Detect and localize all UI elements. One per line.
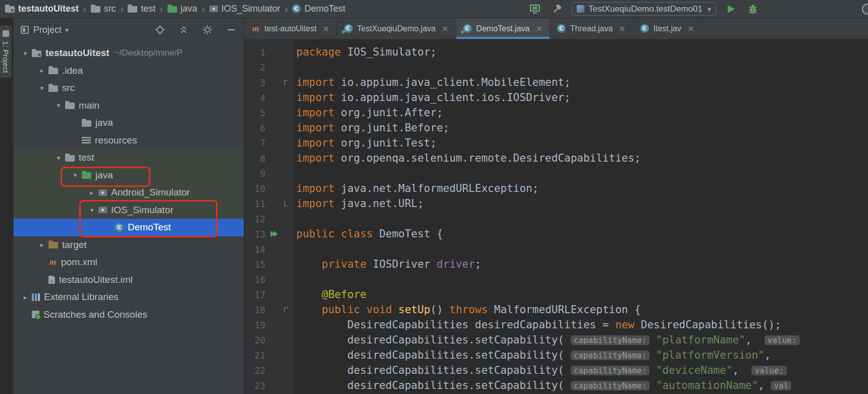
tree-item[interactable]: resources	[14, 132, 244, 150]
run-configuration-selector[interactable]: TestXueqiuDemo.testDemo01 ▾	[572, 2, 716, 16]
tree-item[interactable]: ▾test	[14, 149, 244, 167]
code-line: 4import io.appium.java_client.ios.IOSDri…	[244, 90, 868, 105]
tree-item[interactable]: ▾main	[14, 97, 244, 115]
tree-expand-icon[interactable]: ▾	[69, 171, 82, 179]
tab-close-icon[interactable]: ×	[535, 24, 542, 33]
hide-panel-icon[interactable]	[226, 24, 237, 35]
code-editor[interactable]: 1package IOS_Simulator;23import io.appiu…	[244, 39, 868, 394]
tab-close-icon[interactable]: ×	[322, 24, 329, 33]
tab-label: DemoTest.java	[476, 24, 530, 33]
project-folder-icon	[32, 51, 41, 57]
line-number: 21	[244, 350, 270, 361]
monitor-icon[interactable]	[528, 3, 541, 16]
tree-expand-icon[interactable]: ▸	[35, 241, 48, 249]
breadcrumb-item[interactable]: CDemoTest	[292, 4, 345, 14]
locate-file-icon[interactable]	[154, 24, 166, 35]
tree-item[interactable]: ▸target	[14, 236, 244, 254]
tree-item[interactable]: testautoUitest.iml	[14, 271, 244, 289]
tab-close-icon[interactable]: ×	[619, 24, 625, 33]
code-line: 16	[244, 272, 868, 287]
breadcrumb-item[interactable]: java	[168, 4, 197, 14]
debug-button[interactable]	[746, 3, 760, 16]
navigation-bar: testautoUitest›src›test›java›IOS_Simulat…	[0, 0, 868, 18]
tree-item[interactable]: ▸Android_Simulator	[14, 184, 244, 202]
tab-label: Thread.java	[570, 24, 613, 33]
parameter-hint: val	[771, 381, 791, 390]
line-number: 7	[244, 138, 270, 149]
code-line: 1package IOS_Simulator;	[244, 44, 868, 60]
run-config-label: TestXueqiuDemo.testDemo01	[588, 4, 702, 14]
folder-icon	[65, 103, 75, 109]
breadcrumb-item[interactable]: test	[128, 4, 155, 14]
code-text: desiredCapabilities.setCapability( capab…	[296, 364, 787, 376]
tree-item[interactable]: mpom.xml	[14, 254, 244, 271]
tree-item-label: test	[79, 152, 94, 163]
tab-close-icon[interactable]: ×	[687, 24, 694, 33]
tab-label: Itest.jav	[654, 24, 681, 33]
editor-tab[interactable]: CThread.java×	[550, 18, 633, 39]
project-tool-icon	[3, 30, 9, 37]
tree-expand-icon[interactable]: ▾	[52, 102, 65, 109]
tree-item[interactable]: ▸.idea	[14, 62, 244, 80]
editor-tab[interactable]: CTestXueqiuDemo.java×	[337, 18, 456, 39]
tree-expand-icon[interactable]: ▸	[85, 189, 98, 196]
breadcrumb-label: java	[181, 4, 197, 14]
tree-item-label: Android_Simulator	[111, 187, 190, 198]
breadcrumb-label: test	[141, 4, 155, 14]
tree-expand-icon[interactable]: ▾	[85, 206, 98, 214]
code-line: 12	[244, 211, 868, 226]
tree-item[interactable]: ▾java	[14, 167, 244, 184]
tab-close-icon[interactable]: ×	[442, 24, 448, 33]
tree-item[interactable]: ▸External Libraries	[14, 288, 244, 306]
clipped-toolbar-icon[interactable]	[862, 4, 868, 15]
run-toolbar: TestXueqiuDemo.testDemo01 ▾	[528, 2, 760, 16]
class-icon: C	[557, 24, 566, 33]
parameter-hint: capabilityName:	[571, 335, 650, 345]
code-text: import org.junit.Test;	[296, 137, 437, 149]
code-line: 7import org.junit.Test;	[244, 135, 868, 151]
line-number: 14	[244, 244, 270, 255]
line-number: 18	[244, 305, 270, 315]
tool-window-stripe: 1: Project	[0, 18, 14, 394]
tree-item[interactable]: java	[14, 114, 244, 132]
tree-item-label: testautoUitest.iml	[59, 274, 133, 285]
fold-marker-icon[interactable]	[284, 307, 289, 313]
tree-expand-icon[interactable]: ▾	[35, 84, 48, 92]
project-folder-icon	[5, 6, 15, 13]
tree-item-label: src	[62, 82, 75, 93]
code-line: 13public class DemoTest {	[244, 226, 868, 241]
run-test-icon[interactable]	[270, 231, 284, 237]
breadcrumb-separator: ›	[79, 4, 91, 15]
gear-icon[interactable]	[202, 24, 213, 35]
tree-item[interactable]: CDemoTest	[14, 219, 244, 236]
tree-item[interactable]: ▾src	[14, 79, 244, 97]
chevron-down-icon[interactable]: ▾	[65, 26, 69, 34]
tree-expand-icon[interactable]: ▾	[19, 50, 32, 57]
editor-tab[interactable]: CDemoTest.java×	[456, 18, 550, 39]
fold-marker-icon[interactable]	[284, 201, 289, 207]
line-number: 8	[244, 153, 270, 164]
breadcrumb-item[interactable]: testautoUitest	[5, 4, 79, 14]
tree-expand-icon[interactable]: ▾	[52, 154, 65, 162]
run-button[interactable]	[725, 3, 738, 16]
project-panel-title[interactable]: Project	[33, 25, 62, 35]
tree-expand-icon[interactable]: ▸	[19, 293, 32, 301]
build-hammer-icon[interactable]	[550, 3, 563, 16]
collapse-all-icon[interactable]	[178, 24, 189, 35]
tree-item[interactable]: ▾testautoUitest~/Desktop/mine/P	[14, 44, 244, 62]
tree-item-label: .idea	[62, 65, 83, 76]
tree-expand-icon[interactable]: ▸	[35, 67, 48, 74]
editor-tab[interactable]: mtest-autoUitest×	[244, 18, 337, 39]
folder-test-icon	[168, 6, 177, 13]
parameter-hint: capabilityName:	[571, 351, 650, 360]
code-text: import io.appium.java_client.ios.IOSDriv…	[296, 91, 571, 104]
editor-tab[interactable]: CItest.jav×	[633, 18, 702, 39]
tree-item[interactable]: Scratches and Consoles	[14, 306, 244, 324]
project-stripe-button[interactable]: 1: Project	[0, 25, 12, 78]
fold-marker-icon[interactable]	[284, 80, 289, 85]
breadcrumb-item[interactable]: IOS_Simulator	[209, 4, 281, 14]
breadcrumb-item[interactable]: src	[91, 4, 116, 14]
code-line: 3import io.appium.java_client.MobileElem…	[244, 75, 868, 90]
tree-item[interactable]: ▾IOS_Simulator	[14, 202, 244, 219]
class-icon: C	[115, 223, 124, 232]
